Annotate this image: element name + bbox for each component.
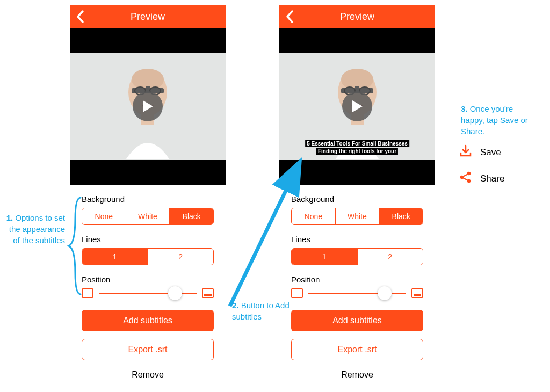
back-icon[interactable] xyxy=(75,10,85,26)
export-srt-button[interactable]: Export .srt xyxy=(291,339,423,360)
navbar-title: Preview xyxy=(131,11,165,23)
share-label: Share xyxy=(480,173,504,184)
segment-lines-2[interactable]: 2 xyxy=(357,249,423,265)
action-list: Save Share xyxy=(459,144,504,197)
share-icon xyxy=(459,170,473,187)
navbar: Preview xyxy=(279,5,435,28)
subtitle-line-2: Finding the right tools for your xyxy=(316,148,398,155)
play-icon[interactable] xyxy=(133,91,163,121)
save-icon xyxy=(459,144,473,161)
export-srt-button[interactable]: Export .srt xyxy=(82,339,214,360)
segment-white[interactable]: White xyxy=(335,208,379,224)
remove-button[interactable]: Remove xyxy=(291,370,423,380)
share-button[interactable]: Share xyxy=(459,170,504,187)
annotation-2: 2. Button to Add subtitles xyxy=(232,300,291,322)
position-label: Position xyxy=(82,275,214,284)
lines-segmented: 1 2 xyxy=(82,248,214,265)
lines-label: Lines xyxy=(82,235,214,244)
segment-none[interactable]: None xyxy=(82,208,126,224)
background-label: Background xyxy=(82,194,214,204)
annotation-3: 3. Once you're happy, tap Save or Share. xyxy=(461,103,531,137)
svg-rect-3 xyxy=(146,86,150,89)
svg-line-19 xyxy=(464,178,468,180)
remove-button[interactable]: Remove xyxy=(82,370,214,380)
position-slider[interactable] xyxy=(82,288,214,298)
arrow-icon xyxy=(225,156,332,317)
segment-white[interactable]: White xyxy=(126,208,170,224)
svg-line-18 xyxy=(464,175,468,177)
add-subtitles-button[interactable]: Add subtitles xyxy=(82,310,214,331)
save-button[interactable]: Save xyxy=(459,144,504,161)
position-bottom-icon xyxy=(202,288,214,298)
play-icon[interactable] xyxy=(342,91,372,121)
svg-line-14 xyxy=(230,168,297,306)
segment-black[interactable]: Black xyxy=(169,208,213,224)
phone-screenshot-left: Preview xyxy=(70,5,226,380)
subtitle-line-1: 5 Essential Tools For Small Businesses xyxy=(305,140,409,147)
segment-lines-1[interactable]: 1 xyxy=(82,249,148,265)
background-segmented: None White Black xyxy=(82,208,214,225)
svg-rect-10 xyxy=(355,86,359,89)
annotation-1: 1. Options to set the appearance of the … xyxy=(3,212,65,246)
navbar-title: Preview xyxy=(340,11,374,23)
navbar: Preview xyxy=(70,5,226,28)
back-icon[interactable] xyxy=(285,10,294,26)
subtitle-controls: Background None White Black Lines 1 2 Po… xyxy=(70,185,226,380)
save-label: Save xyxy=(480,147,501,158)
video-preview[interactable] xyxy=(70,28,226,185)
position-bottom-icon xyxy=(411,288,423,298)
segment-lines-2[interactable]: 2 xyxy=(148,249,214,265)
segment-black[interactable]: Black xyxy=(379,208,423,224)
brace-icon xyxy=(64,195,86,297)
